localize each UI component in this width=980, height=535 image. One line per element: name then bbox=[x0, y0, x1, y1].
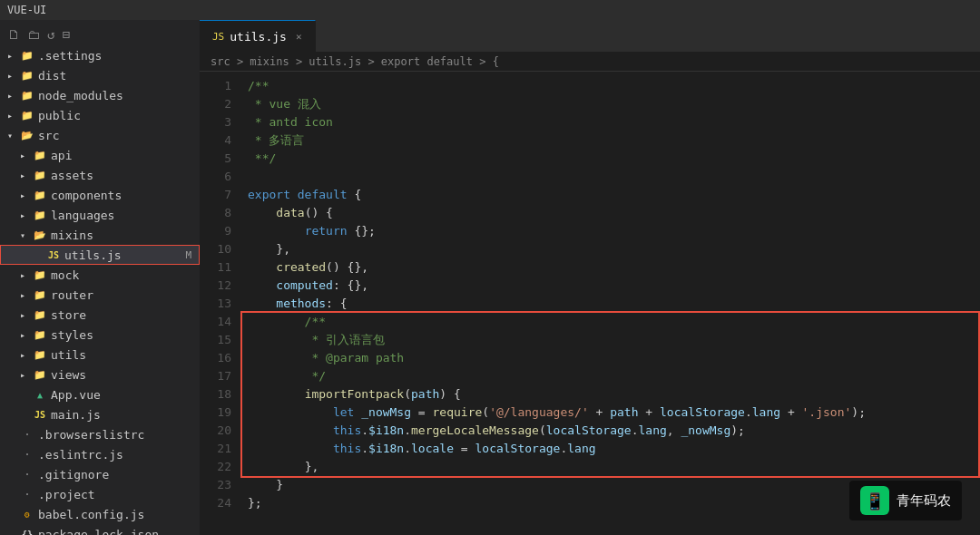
sidebar-item-utils[interactable]: ▸📁utils bbox=[0, 345, 200, 365]
breadcrumb: src > mixins > utils.js > export default… bbox=[200, 52, 980, 72]
sidebar-item-label: mock bbox=[51, 268, 79, 282]
code-content[interactable]: /** * vue 混入 * antd icon * 多语言 **/ expor… bbox=[240, 72, 980, 535]
line-number: 13 bbox=[200, 295, 231, 313]
sidebar-item-babel_config[interactable]: ⚙babel.config.js bbox=[0, 504, 200, 524]
sidebar-item-label: .gitignore bbox=[38, 468, 109, 482]
file-icon: {} bbox=[20, 527, 34, 535]
arrow-icon: ▸ bbox=[7, 111, 20, 121]
file-icon: · bbox=[20, 427, 34, 442]
file-icon: · bbox=[20, 447, 34, 462]
sidebar-item-mock[interactable]: ▸📁mock bbox=[0, 265, 200, 285]
file-icon: · bbox=[20, 487, 34, 501]
watermark-icon: 📱 bbox=[860, 486, 889, 515]
tab-utils-js[interactable]: JS utils.js ✕ bbox=[200, 20, 316, 52]
sidebar: 🗋 🗀 ↺ ⊟ ▸📁.settings▸📁dist▸📁node_modules▸… bbox=[0, 20, 200, 535]
line-number: 12 bbox=[200, 277, 231, 295]
file-icon: ▲ bbox=[33, 387, 47, 402]
arrow-icon: ▸ bbox=[20, 270, 33, 280]
folder-icon: 📁 bbox=[33, 287, 47, 302]
file-icon: JS bbox=[46, 248, 61, 262]
sidebar-item-label: api bbox=[51, 149, 72, 162]
top-bar: VUE-UI bbox=[0, 0, 980, 20]
sidebar-item-main_js[interactable]: JSmain.js bbox=[0, 404, 200, 424]
sidebar-item-label: main.js bbox=[51, 408, 101, 422]
sidebar-item-public[interactable]: ▸📁public bbox=[0, 105, 200, 125]
new-file-icon[interactable]: 🗋 bbox=[7, 27, 20, 42]
arrow-icon: ▸ bbox=[7, 51, 20, 61]
folder-icon: 📁 bbox=[20, 108, 34, 122]
folder-icon: 📁 bbox=[33, 148, 47, 162]
line-number: 16 bbox=[200, 349, 231, 367]
refresh-icon[interactable]: ↺ bbox=[47, 27, 54, 42]
code-line: **/ bbox=[248, 150, 980, 168]
sidebar-item-label: .eslintrc.js bbox=[38, 448, 123, 462]
editor-tabs: JS utils.js ✕ bbox=[200, 20, 980, 52]
arrow-icon: ▸ bbox=[7, 71, 20, 81]
code-line: * vue 混入 bbox=[248, 95, 980, 113]
new-folder-icon[interactable]: 🗀 bbox=[27, 27, 40, 42]
sidebar-item-dist[interactable]: ▸📁dist bbox=[0, 65, 200, 85]
sidebar-item-utils_js[interactable]: JSutils.jsM bbox=[0, 245, 200, 265]
sidebar-item-src[interactable]: ▾📂src bbox=[0, 125, 200, 145]
line-number: 11 bbox=[200, 258, 231, 277]
sidebar-item-eslintrc[interactable]: ·.eslintrc.js bbox=[0, 444, 200, 464]
sidebar-item-components[interactable]: ▸📁components bbox=[0, 185, 200, 205]
line-number: 21 bbox=[200, 440, 231, 458]
code-line: created() {}, bbox=[248, 258, 980, 277]
code-line: importFontpack(path) { bbox=[248, 385, 980, 404]
file-icon: JS bbox=[33, 407, 47, 422]
sidebar-item-label: router bbox=[51, 288, 93, 302]
sidebar-item-label: package-lock.json bbox=[38, 528, 159, 536]
folder-icon: 📁 bbox=[33, 307, 47, 322]
sidebar-item-package_lock[interactable]: {}package-lock.json bbox=[0, 524, 200, 535]
sidebar-item-gitignore[interactable]: ·.gitignore bbox=[0, 464, 200, 484]
line-number: 6 bbox=[200, 168, 231, 186]
code-line: */ bbox=[248, 367, 980, 385]
line-number: 18 bbox=[200, 385, 231, 404]
sidebar-item-label: languages bbox=[51, 209, 114, 222]
arrow-icon: ▸ bbox=[20, 170, 33, 180]
editor-area: JS utils.js ✕ src > mixins > utils.js > … bbox=[200, 20, 980, 535]
sidebar-item-label: utils.js bbox=[64, 248, 122, 262]
sidebar-item-router[interactable]: ▸📁router bbox=[0, 285, 200, 305]
line-numbers: 123456789101112131415161718192021222324 bbox=[200, 72, 240, 535]
watermark-text: 青年码农 bbox=[897, 492, 951, 510]
file-icon: ⚙ bbox=[20, 507, 34, 521]
sidebar-item-mixins[interactable]: ▾📂mixins bbox=[0, 225, 200, 245]
folder-icon: 📁 bbox=[20, 68, 34, 83]
sidebar-item-views[interactable]: ▸📁views bbox=[0, 365, 200, 384]
folder-icon: 📁 bbox=[33, 268, 47, 282]
arrow-icon: ▸ bbox=[20, 210, 33, 220]
collapse-icon[interactable]: ⊟ bbox=[62, 27, 69, 42]
top-bar-title: VUE-UI bbox=[7, 4, 46, 16]
sidebar-item-project[interactable]: ·.project bbox=[0, 484, 200, 504]
sidebar-item-app_vue[interactable]: ▲App.vue bbox=[0, 384, 200, 404]
sidebar-item-badge: M bbox=[185, 249, 199, 261]
close-tab-icon[interactable]: ✕ bbox=[296, 31, 302, 43]
sidebar-item-settings[interactable]: ▸📁.settings bbox=[0, 45, 200, 65]
file-icon: · bbox=[20, 467, 34, 482]
arrow-icon: ▸ bbox=[20, 151, 33, 160]
arrow-icon: ▸ bbox=[7, 91, 20, 101]
line-number: 10 bbox=[200, 240, 231, 258]
line-number: 9 bbox=[200, 222, 231, 240]
sidebar-item-label: store bbox=[51, 308, 86, 322]
code-line: let _nowMsg = require('@/languages/' + p… bbox=[248, 404, 980, 422]
sidebar-item-store[interactable]: ▸📁store bbox=[0, 305, 200, 325]
code-line: export default { bbox=[248, 186, 980, 204]
sidebar-item-languages[interactable]: ▸📁languages bbox=[0, 205, 200, 225]
sidebar-item-label: .project bbox=[38, 488, 95, 501]
code-line: data() { bbox=[248, 204, 980, 222]
sidebar-item-browserslistrc[interactable]: ·.browserslistrc bbox=[0, 424, 200, 444]
folder-icon: 📁 bbox=[33, 188, 47, 202]
watermark: 📱 青年码农 bbox=[849, 481, 962, 520]
sidebar-item-api[interactable]: ▸📁api bbox=[0, 145, 200, 165]
sidebar-item-styles[interactable]: ▸📁styles bbox=[0, 325, 200, 345]
code-editor[interactable]: 123456789101112131415161718192021222324 … bbox=[200, 72, 980, 535]
line-number: 15 bbox=[200, 331, 231, 349]
line-number: 1 bbox=[200, 77, 231, 95]
sidebar-item-node_modules[interactable]: ▸📁node_modules bbox=[0, 85, 200, 105]
line-number: 23 bbox=[200, 476, 231, 494]
sidebar-item-assets[interactable]: ▸📁assets bbox=[0, 165, 200, 185]
sidebar-item-label: components bbox=[51, 189, 122, 202]
